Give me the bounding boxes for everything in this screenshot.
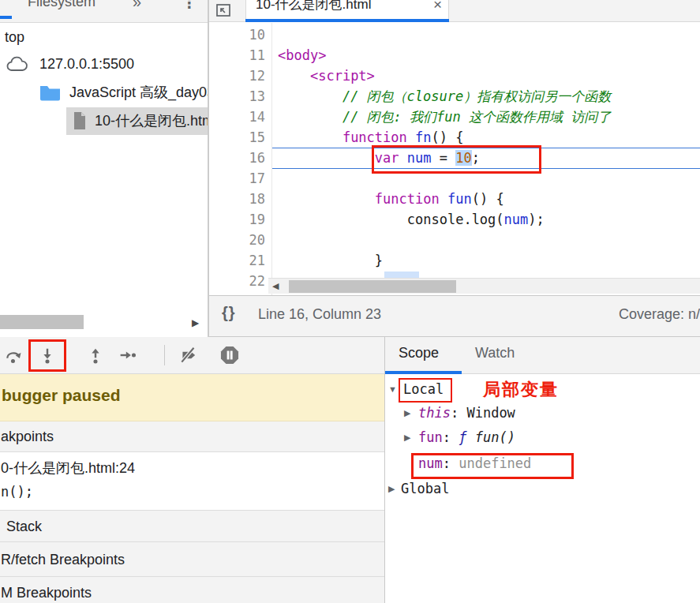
line-number[interactable]: 10 bbox=[209, 24, 265, 45]
annotation-text: 局部变量 bbox=[483, 378, 559, 402]
active-tab-underline bbox=[245, 19, 449, 22]
editor-hscroll-thumb[interactable] bbox=[289, 280, 456, 293]
section-dom-breakpoints[interactable]: M Breakpoints bbox=[0, 577, 384, 603]
code-line: 14 // 闭包: 我们fun 这个函数作用域 访问了 bbox=[209, 107, 700, 127]
line-number[interactable]: 11 bbox=[209, 45, 265, 66]
code-line: 11<body> bbox=[209, 45, 700, 66]
code-line: 10 bbox=[209, 24, 700, 45]
line-number[interactable]: 14 bbox=[209, 107, 265, 127]
expander-global-icon[interactable]: ▶ bbox=[388, 484, 395, 494]
editor-statusbar: {} Line 16, Column 23 Coverage: n/ bbox=[209, 295, 700, 337]
code-editor: 10 11<body> 12 <script> 13 // 闭包（closure… bbox=[209, 23, 700, 295]
scope-row-fun[interactable]: fun: ƒ fun() bbox=[418, 429, 515, 445]
navigator-toggle-icon[interactable] bbox=[215, 2, 231, 18]
section-xhr-breakpoints[interactable]: R/fetch Breakpoints bbox=[0, 542, 384, 577]
section-breakpoints[interactable]: akpoints bbox=[0, 421, 384, 452]
sidebar-title: Filesystem bbox=[28, 0, 95, 10]
tree-item-file[interactable]: 10-什么是闭包.html bbox=[0, 107, 208, 135]
line-number[interactable]: 16 bbox=[209, 148, 265, 168]
step-into-icon[interactable] bbox=[39, 346, 56, 364]
code-line-paused: 16 var num = 10; bbox=[209, 148, 700, 168]
code-line: 20 bbox=[209, 230, 700, 250]
folder-icon bbox=[39, 84, 61, 101]
line-number[interactable]: 18 bbox=[209, 189, 265, 209]
tab-watch[interactable]: Watch bbox=[475, 345, 515, 361]
active-tab-underline bbox=[385, 371, 462, 374]
breakpoint-entry[interactable]: 0-什么是闭包.html:24 n(); bbox=[0, 452, 384, 511]
pause-on-exceptions-icon[interactable] bbox=[219, 345, 240, 365]
scope-local-label[interactable]: Local bbox=[403, 381, 444, 397]
section-call-stack[interactable]: Stack bbox=[0, 511, 384, 542]
code-line: 21 } bbox=[209, 250, 700, 271]
code-line: 18 function fun() { bbox=[209, 189, 700, 209]
deactivate-breakpoints-icon[interactable] bbox=[178, 346, 202, 364]
pretty-print-icon[interactable]: {} bbox=[222, 304, 236, 322]
expander-fun-icon[interactable]: ▶ bbox=[404, 433, 410, 443]
coverage-status[interactable]: Coverage: n/ bbox=[619, 306, 700, 323]
tab-scope[interactable]: Scope bbox=[399, 345, 439, 361]
paused-line-top-border bbox=[272, 148, 700, 148]
code-line: 19 console.log(num); bbox=[209, 209, 700, 230]
step-out-icon[interactable] bbox=[87, 346, 104, 364]
scope-pane: Scope Watch ▼ Local 局部变量 ▶ this: Window … bbox=[385, 337, 700, 603]
cloud-icon bbox=[6, 56, 28, 72]
cursor-position: Line 16, Column 23 bbox=[258, 306, 381, 323]
editor-hscrollbar[interactable]: ◀ bbox=[268, 278, 700, 294]
code-line: 17 bbox=[209, 168, 700, 189]
debugger-pane: bugger paused akpoints 0-什么是闭包.html:24 n… bbox=[0, 337, 384, 603]
step-icon[interactable] bbox=[119, 346, 137, 364]
devtools-sources-panel: Filesystem » ⋮ top 127.0.0.1:5500 JavaSc… bbox=[0, 0, 700, 603]
sidebar-hscroll-thumb[interactable] bbox=[0, 315, 84, 329]
breakpoint-location: 0-什么是闭包.html:24 bbox=[1, 459, 135, 478]
scope-global-label[interactable]: Global bbox=[401, 481, 449, 496]
paused-line-bottom-border bbox=[272, 168, 700, 169]
line-number[interactable]: 22 bbox=[209, 271, 265, 291]
code-line: 12 <script> bbox=[209, 66, 700, 86]
editor-hscroll-left-icon[interactable]: ◀ bbox=[272, 281, 279, 291]
close-icon[interactable]: × bbox=[433, 0, 442, 13]
expander-this-icon[interactable]: ▶ bbox=[404, 408, 410, 418]
scope-row-this[interactable]: this: Window bbox=[418, 405, 515, 421]
line-number[interactable]: 20 bbox=[209, 230, 265, 250]
line-number[interactable]: 17 bbox=[209, 168, 265, 189]
sidebar-header: Filesystem » ⋮ bbox=[0, 0, 208, 23]
line-number[interactable]: 21 bbox=[209, 250, 265, 271]
debugger-paused-banner: bugger paused bbox=[0, 374, 384, 421]
code-line: 15 function fn() { bbox=[209, 127, 700, 148]
line-number[interactable]: 12 bbox=[209, 66, 265, 86]
line-number[interactable]: 19 bbox=[209, 209, 265, 230]
more-options-icon[interactable]: ⋮ bbox=[182, 0, 197, 12]
toolbar-separator bbox=[164, 345, 165, 365]
file-icon bbox=[73, 112, 86, 129]
scope-row-num[interactable]: num: undefined bbox=[418, 455, 531, 471]
tree-item-server[interactable]: 127.0.0.1:5500 bbox=[0, 50, 208, 78]
overflow-tabs-icon[interactable]: » bbox=[133, 0, 141, 11]
selection-remnant bbox=[384, 272, 419, 278]
step-over-icon[interactable] bbox=[5, 346, 22, 364]
editor-tabbar: 10-什么是闭包.html × bbox=[209, 0, 700, 22]
active-tab-indicator bbox=[0, 16, 12, 19]
tree-item-folder[interactable]: JavaScript 高级_day03 bbox=[0, 78, 208, 107]
sidebar-hscroll-right-icon[interactable]: ▶ bbox=[192, 316, 199, 330]
breakpoint-snippet: n(); bbox=[1, 484, 33, 500]
expander-local-icon[interactable]: ▼ bbox=[388, 384, 397, 394]
debugger-toolbar bbox=[0, 337, 384, 374]
line-number[interactable]: 13 bbox=[209, 86, 265, 107]
line-number[interactable]: 15 bbox=[209, 127, 265, 148]
scope-tabbar: Scope Watch bbox=[385, 337, 700, 374]
tree-item-top[interactable]: top bbox=[0, 24, 208, 50]
code-line: 13 // 闭包（closure）指有权访问另一个函数 bbox=[209, 86, 700, 107]
